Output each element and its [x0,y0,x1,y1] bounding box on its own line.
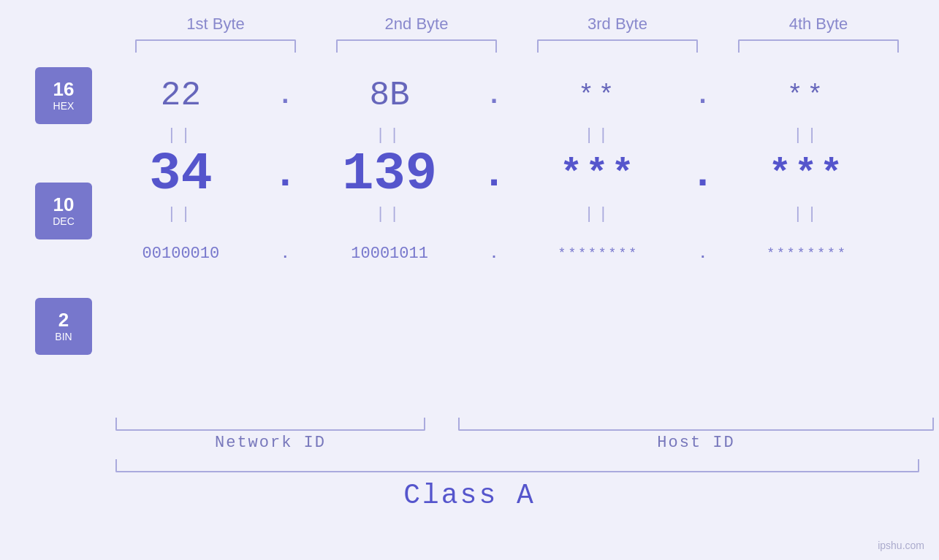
class-row: Class A [0,480,939,511]
eq2-b4: || [719,205,894,223]
eq2-b1: || [93,205,268,223]
dec-badge-label: DEC [53,215,75,227]
byte1-header: 1st Byte [128,15,303,34]
hex-b4: ** [719,81,894,111]
bracket-byte3 [537,39,698,53]
full-bracket-container [115,459,919,472]
bin-dot3: . [688,245,718,262]
hex-b2: 8B [302,77,477,115]
eq2-b3: || [511,205,686,223]
bin-b4: ******** [719,246,894,261]
eq-row-2: || || || || [92,203,896,225]
dec-b2: 139 [302,145,477,204]
dec-row: 34 . 139 . *** . *** [92,146,896,203]
host-id-label: Host ID [657,434,734,452]
hex-b3: ** [511,81,686,111]
hex-dot3: . [688,81,718,111]
bin-b1: 00100010 [93,245,268,263]
bin-badge-num: 2 [58,310,69,329]
hex-badge: 16 HEX [35,67,92,124]
byte3-header: 3rd Byte [530,15,705,34]
eq1-b4: || [719,126,894,145]
full-bracket [115,459,919,472]
dec-dot1: . [270,151,300,198]
badges-column: 16 HEX 10 DEC 2 BIN [0,67,92,413]
values-area: 22 . 8B . ** . ** || || || || 34 [92,67,939,413]
hex-dot2: . [479,81,509,111]
bin-badge: 2 BIN [35,298,92,355]
byte2-header: 2nd Byte [329,15,504,34]
bracket-byte2 [336,39,497,53]
hex-row: 22 . 8B . ** . ** [92,67,896,124]
bin-b2: 10001011 [302,245,477,263]
hex-b1: 22 [93,77,268,115]
byte4-header: 4th Byte [731,15,906,34]
dec-badge: 10 DEC [35,183,92,239]
network-bracket [115,418,425,431]
eq-row-1: || || || || [92,124,896,146]
eq2-b2: || [302,205,477,223]
eq1-b1: || [93,126,268,145]
class-label: Class A [403,480,536,511]
main-container: 1st Byte 2nd Byte 3rd Byte 4th Byte 16 H… [0,0,939,560]
dec-b3: *** [511,153,686,196]
bin-b3: ******** [511,246,686,261]
dec-b4: *** [719,153,894,196]
network-id-label: Network ID [215,434,326,452]
byte-headers: 1st Byte 2nd Byte 3rd Byte 4th Byte [115,15,919,34]
bin-dot1: . [270,245,300,262]
bin-dot2: . [479,245,509,262]
dec-b1: 34 [93,145,268,204]
watermark: ipshu.com [878,540,924,551]
hex-badge-label: HEX [53,100,75,112]
hex-badge-num: 16 [53,80,75,99]
top-brackets [115,39,919,53]
eq1-b3: || [511,126,686,145]
hex-dot1: . [270,81,300,111]
dec-dot2: . [479,151,509,198]
eq1-b2: || [302,126,477,145]
host-bracket [458,418,935,431]
bin-badge-label: BIN [55,331,72,342]
bin-row: 00100010 . 10001011 . ******** . *******… [92,225,896,282]
bracket-byte4 [738,39,899,53]
bracket-byte1 [135,39,296,53]
dec-dot3: . [688,151,718,198]
dec-badge-num: 10 [53,195,75,214]
